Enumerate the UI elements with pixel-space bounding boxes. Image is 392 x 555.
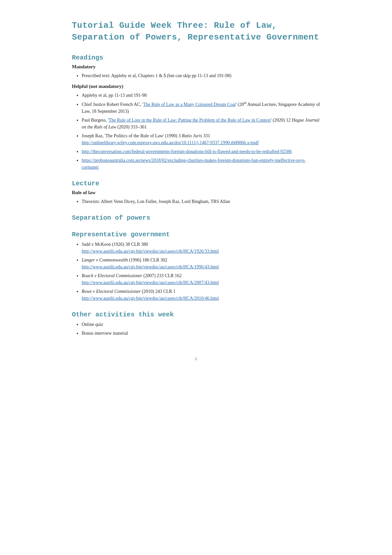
section-representative: Representative government Judd v McKeon … xyxy=(72,231,320,302)
list-item: Online quiz xyxy=(82,321,320,328)
link-theconversation[interactable]: http://theconversation.com/federal-gover… xyxy=(82,149,292,154)
case-langer: Langer v Commonwealth (1996) 186 CLR 302… xyxy=(82,258,219,269)
list-item: Rowe v Electoral Commissioner (2010) 243… xyxy=(82,288,320,302)
section-heading-lecture: Lecture xyxy=(72,180,320,187)
section-readings: Readings Mandatory Prescribed text: Appl… xyxy=(72,54,320,171)
rule-of-law-list: Theorists: Albert Venn Dicey, Lon Fuller… xyxy=(82,198,320,205)
link-probonoaustralia[interactable]: https://probonoaustralia.com.au/news/201… xyxy=(82,158,306,170)
subsection-helpful: Helpful (not mandatory) Appleby et al, p… xyxy=(72,84,320,171)
list-item: Chief Justice Robert French AC, 'The Rul… xyxy=(82,101,320,115)
list-item: Langer v Commonwealth (1996) 186 CLR 302… xyxy=(82,257,320,270)
page-title: Tutorial Guide Week Three: Rule of Law, … xyxy=(72,20,320,43)
subsection-heading-mandatory: Mandatory xyxy=(72,64,320,70)
list-item: http://theconversation.com/federal-gover… xyxy=(82,148,320,155)
case-rowe: Rowe v Electoral Commissioner (2010) 243… xyxy=(82,289,219,301)
section-heading-readings: Readings xyxy=(72,54,320,61)
list-item: Roach v Electoral Commissioner (2007) 23… xyxy=(82,272,320,286)
page-number: 1 xyxy=(72,356,320,362)
page-container: Tutorial Guide Week Three: Rule of Law, … xyxy=(72,20,320,362)
link-roach[interactable]: http://www.austlii.edu.au/cgi-bin/viewdo… xyxy=(82,280,219,285)
section-separation: Separation of powers xyxy=(72,214,320,222)
helpful-item-3: Paul Burgess, 'The Rule of Lore in the R… xyxy=(82,118,319,129)
link-judd[interactable]: http://www.austlii.edu.au/cgi-bin/viewdo… xyxy=(82,249,219,254)
link-raz[interactable]: http://onlinelibrary.wiley.com.ezproxy.u… xyxy=(82,140,259,145)
mandatory-list: Prescribed text: Appleby et al, Chapters… xyxy=(82,72,320,79)
list-item: https://probonoaustralia.com.au/news/201… xyxy=(82,157,320,171)
other-activities-list: Online quiz Bonus interview material xyxy=(82,321,320,337)
link-rowe[interactable]: http://www.austlii.edu.au/cgi-bin/viewdo… xyxy=(82,296,219,301)
section-lecture: Lecture Rule of law Theorists: Albert Ve… xyxy=(72,180,320,205)
subsection-rule-of-law: Rule of law Theorists: Albert Venn Dicey… xyxy=(72,190,320,205)
section-heading-representative: Representative government xyxy=(72,231,320,238)
section-heading-separation: Separation of powers xyxy=(72,214,320,222)
helpful-item-4: Joseph Raz, 'The Politics of the Rule of… xyxy=(82,133,259,145)
list-item: Paul Burgess, 'The Rule of Lore in the R… xyxy=(82,117,320,130)
list-item: Joseph Raz, 'The Politics of the Rule of… xyxy=(82,132,320,146)
case-judd: Judd v McKeon (1926) 38 CLR 380 http://w… xyxy=(82,242,219,254)
section-heading-other-activities: Other activities this week xyxy=(72,311,320,318)
list-item: Judd v McKeon (1926) 38 CLR 380 http://w… xyxy=(82,241,320,255)
helpful-item-1: Appleby et al, pp 11-13 and 191-98 xyxy=(82,93,147,98)
subsection-mandatory: Mandatory Prescribed text: Appleby et al… xyxy=(72,64,320,79)
theorists-item: Theorists: Albert Venn Dicey, Lon Fuller… xyxy=(82,199,230,204)
helpful-item-2: Chief Justice Robert French AC, 'The Rul… xyxy=(82,102,320,114)
subsection-heading-rule-of-law: Rule of law xyxy=(72,190,320,195)
helpful-list: Appleby et al, pp 11-13 and 191-98 Chief… xyxy=(82,92,320,171)
list-item: Theorists: Albert Venn Dicey, Lon Fuller… xyxy=(82,198,320,205)
representative-list: Judd v McKeon (1926) 38 CLR 380 http://w… xyxy=(82,241,320,302)
subsection-heading-helpful: Helpful (not mandatory) xyxy=(72,84,320,89)
list-item: Appleby et al, pp 11-13 and 191-98 xyxy=(82,92,320,99)
link-burgess[interactable]: The Rule of Lore in the Rule of Law: Put… xyxy=(109,118,271,123)
list-item: Bonus interview material xyxy=(82,330,320,337)
link-french[interactable]: The Rule of Law as a Many Coloured Dream… xyxy=(143,102,236,107)
list-item: Prescribed text: Appleby et al, Chapters… xyxy=(82,72,320,79)
link-langer[interactable]: http://www.austlii.edu.au/cgi-bin/viewdo… xyxy=(82,264,219,269)
section-other-activities: Other activities this week Online quiz B… xyxy=(72,311,320,337)
activity-bonus-interview: Bonus interview material xyxy=(82,331,128,336)
case-roach: Roach v Electoral Commissioner (2007) 23… xyxy=(82,273,219,285)
mandatory-item-1: Prescribed text: Appleby et al, Chapters… xyxy=(82,73,231,78)
activity-online-quiz: Online quiz xyxy=(82,322,103,327)
